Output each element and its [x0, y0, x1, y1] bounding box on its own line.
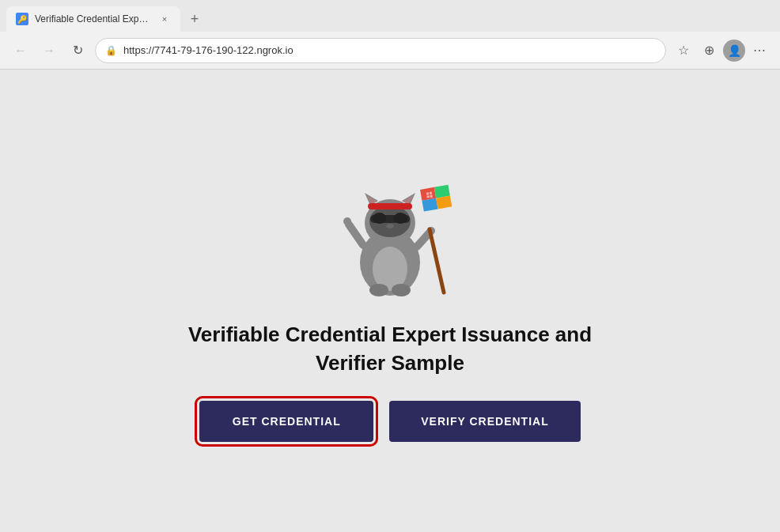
url-text: https://7741-79-176-190-122.ngrok.io — [123, 44, 293, 56]
mascot-container — [327, 160, 453, 305]
tab-close-button[interactable]: × — [158, 13, 171, 25]
svg-rect-31 — [426, 193, 429, 195]
svg-point-14 — [386, 224, 394, 228]
tab-bar: 🔑 Verifiable Credential Expert Cl × + — [0, 0, 780, 32]
svg-line-17 — [349, 224, 363, 245]
new-tab-button[interactable]: + — [184, 8, 206, 30]
svg-rect-33 — [426, 196, 429, 198]
svg-point-21 — [369, 284, 388, 296]
mascot-image — [327, 160, 453, 302]
get-credential-button[interactable]: GET CREDENTIAL — [199, 401, 373, 442]
back-button[interactable]: ← — [9, 40, 32, 62]
svg-rect-32 — [430, 192, 432, 194]
tab-favicon: 🔑 — [16, 13, 28, 25]
svg-point-12 — [373, 213, 387, 224]
svg-rect-15 — [368, 203, 412, 209]
lock-icon: 🔒 — [105, 45, 117, 56]
svg-line-20 — [430, 229, 444, 292]
svg-point-22 — [392, 284, 411, 296]
page-title: Verifiable Credential Expert Issuance an… — [153, 321, 627, 376]
tab-label: Verifiable Credential Expert Cl — [35, 13, 152, 25]
collections-button[interactable]: ⊕ — [698, 40, 720, 62]
browser-tab-active[interactable]: 🔑 Verifiable Credential Expert Cl × — [6, 6, 180, 32]
browser-chrome: 🔑 Verifiable Credential Expert Cl × + ← … — [0, 0, 780, 70]
address-bar[interactable]: 🔒 https://7741-79-176-190-122.ngrok.io — [95, 38, 666, 63]
navigation-bar: ← → ↻ 🔒 https://7741-79-176-190-122.ngro… — [0, 32, 780, 70]
svg-point-18 — [343, 217, 351, 225]
buttons-row: GET CREDENTIAL VERIFY CREDENTIAL — [199, 401, 580, 442]
page-content: Verifiable Credential Expert Issuance an… — [0, 70, 780, 532]
refresh-button[interactable]: ↻ — [66, 40, 89, 62]
verify-credential-button[interactable]: VERIFY CREDENTIAL — [389, 401, 580, 442]
more-button[interactable]: ⋯ — [748, 40, 771, 62]
favorites-button[interactable]: ☆ — [672, 40, 695, 62]
svg-rect-34 — [430, 195, 432, 198]
forward-button[interactable]: → — [38, 40, 60, 62]
profile-button[interactable]: 👤 — [723, 40, 745, 62]
svg-point-13 — [393, 213, 407, 224]
nav-right-buttons: ☆ ⊕ 👤 ⋯ — [672, 40, 771, 62]
